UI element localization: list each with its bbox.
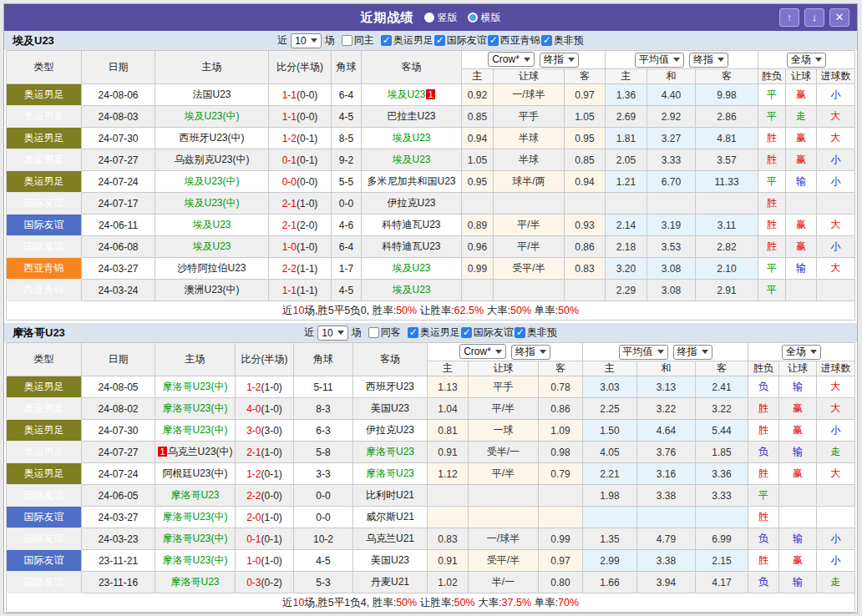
handicap-result-cell: 输 bbox=[786, 258, 817, 280]
team-name-text: 摩洛哥U23 bbox=[366, 446, 414, 457]
col-avg-away: 客 bbox=[696, 361, 748, 376]
avg-away-cell: 1.85 bbox=[696, 442, 748, 463]
avg-draw-cell: 3.16 bbox=[637, 463, 696, 485]
avg-draw-cell: 2.92 bbox=[647, 106, 696, 128]
bookmaker-select[interactable]: Crow* bbox=[488, 52, 535, 67]
same-venue-checkbox[interactable]: 同客 bbox=[368, 326, 401, 340]
handicap-result-cell: 赢 bbox=[786, 149, 817, 171]
corner-cell: 3-3 bbox=[294, 463, 353, 485]
home-team-cell: 摩洛哥U23 bbox=[155, 572, 236, 593]
avg-home-cell: 1.81 bbox=[606, 128, 647, 149]
odds-handicap-cell: 平/半 bbox=[469, 463, 539, 485]
goals-result-cell bbox=[817, 193, 855, 215]
league-filter-checkbox[interactable]: 国际友谊 bbox=[461, 326, 514, 340]
corner-cell: 1-7 bbox=[332, 258, 362, 280]
chevron-down-icon bbox=[524, 58, 530, 62]
radio-unselected-icon bbox=[468, 13, 478, 23]
close-button[interactable]: ✕ bbox=[829, 8, 849, 27]
final-odds-select[interactable]: 终指 bbox=[540, 53, 579, 68]
match-row: 奥运男足24-07-30摩洛哥U23(中)3-0(3-0)6-3伊拉克U230.… bbox=[7, 420, 855, 442]
col-type: 类型 bbox=[7, 343, 82, 376]
avg-home-cell: 1.98 bbox=[583, 485, 637, 507]
match-date: 24-03-23 bbox=[82, 528, 155, 550]
league-filter-checkbox[interactable]: 奥非预 bbox=[515, 326, 557, 340]
summary-segment: 单率: bbox=[531, 597, 558, 608]
summary-segment: 37.5% bbox=[502, 597, 531, 608]
odds-home-cell: 0.95 bbox=[462, 171, 494, 193]
odds-away-cell: 0.97 bbox=[539, 550, 583, 572]
radio-vertical-label: 竖版 bbox=[438, 11, 458, 25]
move-up-button[interactable]: ↑ bbox=[779, 8, 799, 27]
average-select[interactable]: 平均值 bbox=[635, 53, 684, 68]
layout-horizontal-radio[interactable]: 横版 bbox=[468, 11, 501, 25]
away-team-cell: 科特迪瓦U23 bbox=[362, 215, 462, 236]
score-cell: 0-1(0-1) bbox=[236, 528, 294, 550]
score-cell: 1-1(0-0) bbox=[269, 84, 332, 106]
team-title: 摩洛哥U23 bbox=[13, 326, 65, 341]
away-team-cell: 多米尼加共和国U23 bbox=[362, 171, 462, 193]
final-odds-select[interactable]: 终指 bbox=[511, 345, 550, 360]
league-filter-checkbox[interactable]: 西亚青锦 bbox=[488, 33, 540, 48]
match-row: 奥运男足24-08-06法国U231-1(0-0)6-4埃及U2310.92一/… bbox=[7, 84, 855, 106]
match-type-badge: 国际友谊 bbox=[7, 550, 82, 572]
team-name-text: 乌克兰U21 bbox=[366, 533, 414, 544]
team-name-text: 乌兹别克U23(中) bbox=[174, 154, 249, 165]
move-down-button[interactable]: ↓ bbox=[804, 8, 824, 27]
avg-away-cell: 2.15 bbox=[696, 550, 748, 572]
team-title: 埃及U23 bbox=[13, 33, 54, 48]
avg-draw-cell: 3.08 bbox=[647, 258, 696, 280]
corner-cell: 8-3 bbox=[294, 398, 353, 420]
match-row: 奥运男足24-07-30西班牙U23(中)1-2(0-1)8-5埃及U230.9… bbox=[7, 128, 855, 149]
final-odds2-select[interactable]: 终指 bbox=[673, 345, 712, 360]
same-venue-checkbox[interactable]: 同主 bbox=[342, 33, 374, 48]
final-odds2-select[interactable]: 终指 bbox=[689, 53, 728, 68]
league-filter-label: 奥运男足 bbox=[420, 326, 460, 340]
match-row: 奥运男足24-08-03埃及U23(中)1-1(0-0)4-5巴拉圭U230.8… bbox=[7, 106, 855, 128]
handicap-result-cell: 赢 bbox=[779, 398, 817, 420]
team-name-text: 西班牙U23(中) bbox=[179, 132, 244, 144]
bookmaker-select[interactable]: Crow* bbox=[459, 344, 506, 359]
away-team-cell: 巴拉圭U23 bbox=[362, 106, 462, 128]
odds-away-cell: 1.09 bbox=[539, 420, 583, 442]
league-filter-label: 西亚青锦 bbox=[500, 33, 540, 48]
match-type-badge: 奥运男足 bbox=[7, 376, 82, 398]
fulltime-score: 1-1 bbox=[282, 285, 297, 296]
col-type: 类型 bbox=[7, 51, 82, 84]
halftime-score: (1-0) bbox=[261, 555, 282, 567]
corner-cell: 6-3 bbox=[294, 420, 353, 442]
games-count-select[interactable]: 10 bbox=[317, 326, 347, 341]
league-filter-checkbox[interactable]: 奥运男足 bbox=[381, 33, 434, 48]
handicap-result-cell: 赢 bbox=[786, 236, 817, 258]
match-type-badge: 奥运男足 bbox=[7, 463, 82, 485]
col-odds-handicap: 让球 bbox=[494, 69, 565, 84]
odds-home-cell: 0.81 bbox=[428, 420, 469, 442]
match-date: 24-07-24 bbox=[82, 171, 155, 193]
team-name-text: 埃及U23 bbox=[392, 262, 430, 274]
team-name-text: 摩洛哥U23(中) bbox=[162, 424, 227, 436]
match-row: 国际友谊24-03-23摩洛哥U23(中)0-1(0-1)10-2乌克兰U210… bbox=[7, 528, 855, 550]
match-date: 24-06-08 bbox=[82, 236, 155, 258]
average-select[interactable]: 平均值 bbox=[619, 345, 668, 360]
league-filter-checkbox[interactable]: 国际友谊 bbox=[434, 33, 487, 48]
league-filter-checkbox[interactable]: 奥运男足 bbox=[408, 326, 460, 340]
chevron-down-icon bbox=[495, 350, 502, 354]
league-filter-label: 奥非预 bbox=[527, 326, 557, 340]
odds-handicap-cell: 平手 bbox=[494, 106, 565, 128]
fulltime-select[interactable]: 全场 bbox=[782, 345, 821, 360]
halftime-score: (0-1) bbox=[297, 154, 317, 166]
layout-vertical-radio[interactable]: 竖版 bbox=[424, 11, 458, 25]
fulltime-select[interactable]: 全场 bbox=[787, 53, 826, 68]
handicap-result-cell: 赢 bbox=[779, 420, 817, 442]
team-name-text: 西班牙U23 bbox=[366, 381, 414, 392]
checkbox-unchecked-icon bbox=[342, 35, 352, 46]
summary-segment: 50% bbox=[510, 305, 531, 316]
summary-row: 近10场,胜5平5负0, 胜率:50% 让胜率:62.5% 大率:50% 单率:… bbox=[7, 301, 855, 321]
final-odds-value: 终指 bbox=[544, 53, 564, 67]
games-count-select[interactable]: 10 bbox=[291, 33, 321, 48]
score-cell: 2-2(0-0) bbox=[236, 485, 294, 507]
filter-controls: 近 10 场 同客 奥运男足国际友谊奥非预 bbox=[304, 326, 556, 341]
match-row: 奥运男足24-07-24阿根廷U23(中)1-2(0-1)3-3摩洛哥U231.… bbox=[7, 463, 855, 485]
checkbox-checked-icon bbox=[541, 35, 552, 46]
league-filter-checkbox[interactable]: 奥非预 bbox=[541, 33, 584, 48]
away-team-cell: 美国U23 bbox=[353, 398, 428, 420]
